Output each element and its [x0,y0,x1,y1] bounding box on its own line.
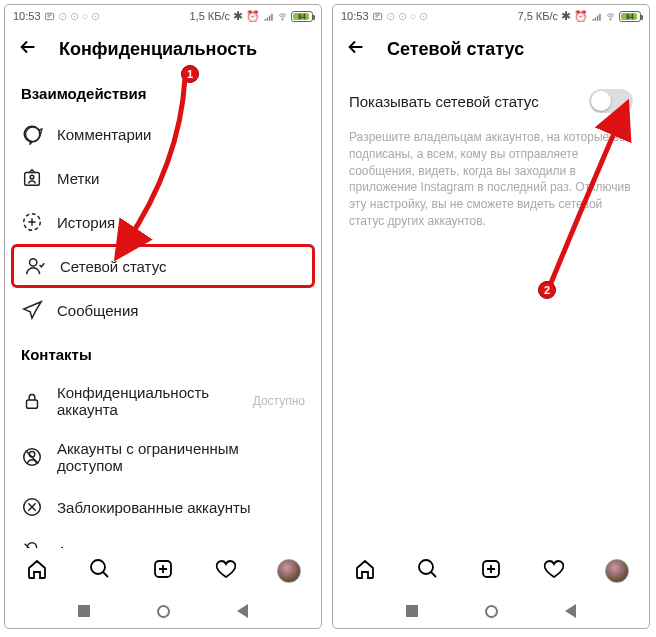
row-suffix: Доступно [253,394,305,408]
msg-icon [372,11,383,22]
row-label: Сетевой статус [60,258,302,275]
svg-rect-7 [27,400,38,408]
annotation-marker-2: 2 [538,281,556,299]
status-bar: 10:53 ⊙⊙○⊙ 1,5 КБ/с ✱ ⏰ 84 [5,5,321,27]
row-label: Конфиденциальность аккаунта [57,384,239,418]
activity-icon [24,255,46,277]
page-title: Сетевой статус [387,39,524,60]
toggle-label: Показывать сетевой статус [349,93,539,110]
android-nav-bar [5,594,321,628]
add-icon[interactable] [479,557,503,585]
row-messages[interactable]: Сообщения [5,288,321,332]
nav-back[interactable] [237,604,248,618]
wifi-icon [605,11,616,22]
row-activity-status[interactable]: Сетевой статус [11,244,315,288]
signal-icon [591,11,602,22]
settings-list: Взаимодействия Комментарии Метки История… [5,71,321,548]
signal-icon [263,11,274,22]
svg-point-1 [282,19,283,20]
nav-recent[interactable] [78,605,90,617]
row-restricted[interactable]: Аккаунты с ограниченным доступом [5,429,321,485]
status-time: 10:53 [341,10,369,22]
messages-icon [21,299,43,321]
status-time: 10:53 [13,10,41,22]
nav-recent[interactable] [406,605,418,617]
toggle-row-activity-status: Показывать сетевой статус [333,71,649,123]
lock-icon [21,390,43,412]
heart-icon[interactable] [542,557,566,585]
row-story[interactable]: История [5,200,321,244]
muted-icon [21,540,43,548]
comment-icon [21,123,43,145]
app-bottom-bar [5,548,321,594]
nav-back[interactable] [565,604,576,618]
row-label: Сообщения [57,302,305,319]
row-label: Комментарии [57,126,305,143]
row-label: Аккаунты с ограниченным доступом [57,440,305,474]
phone-screen-privacy: 10:53 ⊙⊙○⊙ 1,5 КБ/с ✱ ⏰ 84 Конфиденциаль… [4,4,322,629]
search-icon[interactable] [88,557,112,585]
home-icon[interactable] [353,557,377,585]
status-speed: 7,5 КБ/с [517,10,558,22]
nav-home[interactable] [157,605,170,618]
svg-point-14 [610,19,611,20]
blocked-icon [21,496,43,518]
section-interactions: Взаимодействия [5,71,321,112]
back-button[interactable] [17,36,39,62]
content: Показывать сетевой статус Разрешите влад… [333,71,649,548]
row-label: История [57,214,305,231]
row-label: Заблокированные аккаунты [57,499,305,516]
svg-point-11 [91,560,105,574]
nav-home[interactable] [485,605,498,618]
annotation-marker-1: 1 [181,65,199,83]
section-contacts: Контакты [5,332,321,373]
header: Сетевой статус [333,27,649,71]
svg-point-15 [419,560,433,574]
msg-icon [44,11,55,22]
row-label: Метки [57,170,305,187]
svg-point-2 [24,126,40,142]
wifi-icon [277,11,288,22]
profile-avatar[interactable] [277,559,301,583]
android-nav-bar [333,594,649,628]
battery-icon: 84 [619,11,641,22]
row-tags[interactable]: Метки [5,156,321,200]
status-speed: 1,5 КБ/с [189,10,230,22]
back-button[interactable] [345,36,367,62]
app-bottom-bar [333,548,649,594]
add-icon[interactable] [151,557,175,585]
tag-icon [21,167,43,189]
story-icon [21,211,43,233]
heart-icon[interactable] [214,557,238,585]
home-icon[interactable] [25,557,49,585]
row-account-privacy[interactable]: Конфиденциальность аккаунта Доступно [5,373,321,429]
toggle-switch[interactable] [589,89,633,113]
svg-point-6 [30,259,37,266]
restricted-icon [21,446,43,468]
row-blocked[interactable]: Заблокированные аккаунты [5,485,321,529]
header: Конфиденциальность [5,27,321,71]
page-title: Конфиденциальность [59,39,257,60]
search-icon[interactable] [416,557,440,585]
svg-point-4 [30,175,34,179]
phone-screen-activity-status: 10:53 ⊙⊙○⊙ 7,5 КБ/с ✱ ⏰ 84 Сетевой стату… [332,4,650,629]
status-bar: 10:53 ⊙⊙○⊙ 7,5 КБ/с ✱ ⏰ 84 [333,5,649,27]
row-comments[interactable]: Комментарии [5,112,321,156]
row-muted[interactable]: Аккаунты в немом режиме [5,529,321,548]
battery-icon: 84 [291,11,313,22]
toggle-description: Разрешите владельцам аккаунтов, на котор… [333,123,649,236]
profile-avatar[interactable] [605,559,629,583]
